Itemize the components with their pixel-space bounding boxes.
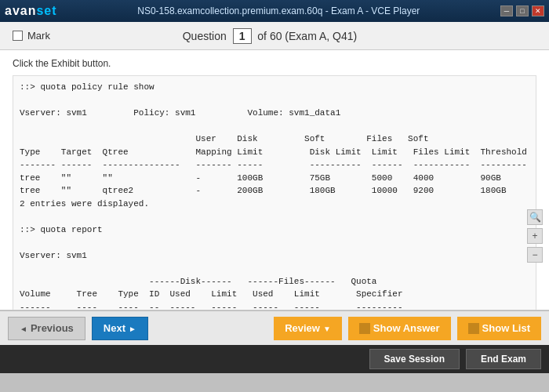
logo-text: avan [5,4,36,17]
app-logo: avanset [5,4,57,18]
footer-bar: Save Session End Exam [0,345,549,373]
save-session-label: Save Session [384,354,445,365]
prev-label: Previous [31,322,74,334]
next-button[interactable]: Next [92,317,148,340]
mark-checkbox[interactable] [13,31,23,41]
window-title: NS0-158.examcollection.premium.exam.60q … [57,5,500,16]
show-answer-button[interactable]: Show Answer [348,317,451,340]
exhibit-instruction: Click the Exhibit button. [13,58,536,69]
title-bar: avanset NS0-158.examcollection.premium.e… [0,0,549,22]
window-controls: ─ □ ✕ [500,5,544,16]
logo-accent: set [36,4,56,17]
end-exam-label: End Exam [481,354,526,365]
review-label: Review [285,322,320,334]
question-number: 1 [233,28,252,44]
end-exam-button[interactable]: End Exam [466,349,541,369]
zoom-out-icon[interactable]: − [527,247,543,263]
show-answer-icon [359,323,370,334]
review-button[interactable]: Review [274,317,342,340]
question-header: Mark Question 1 of 60 (Exam A, Q41) [0,22,549,50]
next-label: Next [104,322,125,334]
scroll-icons: 🔍 + − [527,209,543,263]
question-number-area: Question 1 of 60 (Exam A, Q41) [50,28,489,44]
next-arrow-icon [129,322,136,334]
question-label: Question [183,30,227,42]
main-content: Click the Exhibit button. ::> quota poli… [0,50,549,310]
close-button[interactable]: ✕ [532,5,544,16]
minimize-button[interactable]: ─ [500,5,513,16]
mark-label: Mark [27,30,50,42]
code-block: ::> quota policy rule show Vserver: svm1… [13,75,536,310]
previous-button[interactable]: Previous [8,317,85,340]
mark-area: Mark [13,30,50,42]
maximize-button[interactable]: □ [516,5,529,16]
prev-arrow-icon [20,322,27,334]
show-answer-label: Show Answer [373,322,440,334]
search-icon[interactable]: 🔍 [527,209,543,225]
show-list-button[interactable]: Show List [457,317,541,340]
show-list-icon [468,323,479,334]
show-list-label: Show List [482,322,530,334]
zoom-in-icon[interactable]: + [527,228,543,244]
question-total: of 60 (Exam A, Q41) [257,30,357,42]
nav-bar: Previous Next Review Show Answer Show Li… [0,310,549,345]
review-arrow-icon [323,322,331,334]
save-session-button[interactable]: Save Session [369,349,460,369]
